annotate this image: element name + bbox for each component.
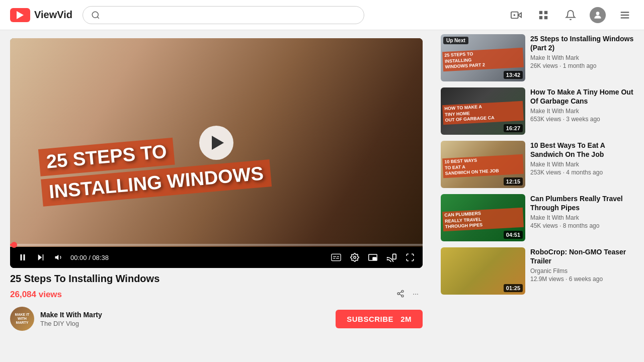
search-bar [83, 6, 364, 24]
settings-icon [350, 253, 359, 262]
share-icon [396, 290, 405, 298]
svg-point-26 [401, 290, 404, 292]
sidebar-item-info: 10 Best Ways To Eat A Sandwich On The Jo… [530, 141, 636, 188]
svg-point-8 [596, 12, 600, 15]
video-controls: 00:00 / 08:38 [10, 247, 423, 268]
thumbnail-duration: 13:42 [504, 71, 523, 79]
progress-bar[interactable] [10, 244, 423, 246]
search-icon [91, 11, 100, 20]
sidebar-item-info: How To Make A Tiny Home Out Of Garbage C… [530, 87, 636, 135]
thumb-overlay-text: CAN PLUMBERSREALLY TRAVELTHROUGH PIPES [442, 208, 524, 231]
thumbnail-container: HOW TO MAKE ATINY HOMEOUT OF GARBAGE CA … [441, 87, 525, 135]
sidebar-item-title: 10 Best Ways To Eat A Sandwich On The Jo… [530, 141, 636, 159]
logo-area[interactable]: ViewVid [10, 8, 72, 22]
thumbnail-duration: 01:25 [504, 284, 523, 292]
sidebar-item[interactable]: CAN PLUMBERSREALLY TRAVELTHROUGH PIPES 0… [441, 194, 636, 241]
captions-button[interactable] [329, 251, 343, 263]
avatar [590, 7, 606, 23]
sidebar-item-channel: Make It With Mark [530, 108, 636, 115]
sidebar: Up Next 25 STEPS TOINSTALLINGWINDOWS PAR… [433, 30, 644, 362]
thumbnail-container: Up Next 25 STEPS TOINSTALLINGWINDOWS PAR… [441, 34, 525, 81]
volume-button[interactable] [52, 251, 65, 264]
svg-rect-13 [24, 254, 25, 260]
sidebar-item-meta: 12.9M views · 6 weeks ago [530, 276, 636, 283]
sidebar-item-title: 25 Steps to Installing Windows (Part 2) [530, 34, 636, 52]
thumbnail-duration: 16:27 [504, 124, 523, 132]
sidebar-item-meta: 653K views · 3 weeks ago [530, 116, 636, 123]
svg-point-22 [354, 256, 356, 259]
sidebar-item-channel: Organic Films [530, 267, 636, 275]
sidebar-item-meta: 26K views · 1 month ago [530, 62, 636, 69]
channel-row: MAKE IT WITH MARTY Make It With Marty Th… [10, 307, 423, 331]
sidebar-item[interactable]: 10 BEST WAYSTO EAT ASANDWICH ON THE JOB … [441, 141, 636, 188]
next-icon [36, 253, 45, 262]
cast-button[interactable] [384, 251, 398, 264]
play-button-overlay[interactable] [199, 126, 233, 160]
sidebar-item[interactable]: HOW TO MAKE ATINY HOMEOUT OF GARBAGE CA … [441, 87, 636, 135]
svg-rect-25 [393, 254, 396, 259]
svg-rect-6 [539, 16, 542, 19]
video-section: 25 STEPS TO INSTALLING WINDOWS [0, 30, 433, 362]
sidebar-item-title: RoboCrop: Non-GMO Teaser Trailer [530, 247, 636, 265]
svg-rect-12 [21, 254, 22, 260]
bell-icon [565, 10, 576, 21]
subscribe-button[interactable]: SUBSCRIBE 2M [336, 310, 423, 328]
volume-icon [54, 253, 63, 262]
svg-line-1 [97, 17, 99, 18]
main-layout: 25 STEPS TO INSTALLING WINDOWS [0, 0, 644, 362]
svg-rect-5 [544, 11, 547, 14]
search-icon-button[interactable] [91, 11, 100, 20]
video-views: 26,084 views [10, 290, 62, 300]
time-display: 00:00 / 08:38 [70, 254, 109, 261]
svg-rect-17 [332, 254, 341, 260]
channel-info: Make It With Marty The DIY Vlog [40, 311, 330, 327]
svg-rect-4 [539, 11, 542, 14]
svg-rect-24 [373, 257, 376, 260]
sidebar-item-channel: Make It With Mark [530, 214, 636, 221]
thumbnail-duration: 12:15 [504, 177, 523, 186]
sidebar-item-info: RoboCrop: Non-GMO Teaser Trailer Organic… [530, 247, 636, 295]
logo-icon [10, 8, 30, 22]
camera-button[interactable] [507, 6, 525, 24]
pause-icon [18, 253, 27, 262]
thumb-overlay-text: 10 BEST WAYSTO EAT ASANDWICH ON THE JOB [442, 154, 524, 178]
sidebar-item-meta: 45K views · 8 months ago [530, 222, 636, 229]
pause-button[interactable] [16, 251, 29, 264]
video-title: 25 Steps To Installing Windows [10, 273, 423, 285]
channel-name: Make It With Marty [40, 311, 330, 319]
search-input[interactable] [104, 11, 356, 19]
miniplayer-button[interactable] [366, 251, 379, 264]
channel-handle: The DIY Vlog [40, 320, 330, 327]
sidebar-item[interactable]: Up Next 25 STEPS TOINSTALLINGWINDOWS PAR… [441, 34, 636, 81]
svg-rect-7 [544, 16, 547, 19]
grid-icon [538, 10, 549, 21]
video-player[interactable]: 25 STEPS TO INSTALLING WINDOWS [10, 38, 423, 268]
svg-line-29 [399, 294, 402, 296]
bell-button[interactable] [561, 6, 580, 24]
captions-icon [331, 253, 341, 261]
menu-button[interactable] [616, 6, 634, 24]
thumb-overlay-text: 25 STEPS TOINSTALLINGWINDOWS PART 2 [442, 48, 524, 71]
logo-text: ViewVid [34, 9, 72, 21]
avatar-button[interactable] [589, 6, 607, 24]
more-dots: ··· [413, 290, 419, 298]
sidebar-item-info: 25 Steps to Installing Windows (Part 2) … [530, 34, 636, 81]
grid-button[interactable] [534, 6, 552, 24]
channel-avatar-text: MAKE IT WITH MARTY [10, 312, 34, 325]
svg-rect-15 [43, 254, 44, 260]
settings-button[interactable] [348, 251, 361, 264]
sidebar-item[interactable]: 01:25 RoboCrop: Non-GMO Teaser Trailer O… [441, 247, 636, 295]
sidebar-item-info: Can Plumbers Really Travel Through Pipes… [530, 194, 636, 241]
sidebar-item-channel: Make It With Mark [530, 161, 636, 168]
more-button[interactable]: ··· [409, 288, 423, 300]
sidebar-item-channel: Make It With Mark [530, 54, 636, 61]
svg-point-0 [92, 12, 98, 18]
up-next-badge: Up Next [443, 37, 468, 44]
share-button[interactable] [392, 288, 409, 300]
svg-marker-16 [55, 255, 59, 260]
fullscreen-button[interactable] [404, 251, 417, 264]
menu-icon [619, 10, 630, 21]
next-button[interactable] [34, 251, 47, 264]
sidebar-item-title: Can Plumbers Really Travel Through Pipes [530, 194, 636, 212]
video-thumbnail: 25 STEPS TO INSTALLING WINDOWS [10, 38, 423, 247]
